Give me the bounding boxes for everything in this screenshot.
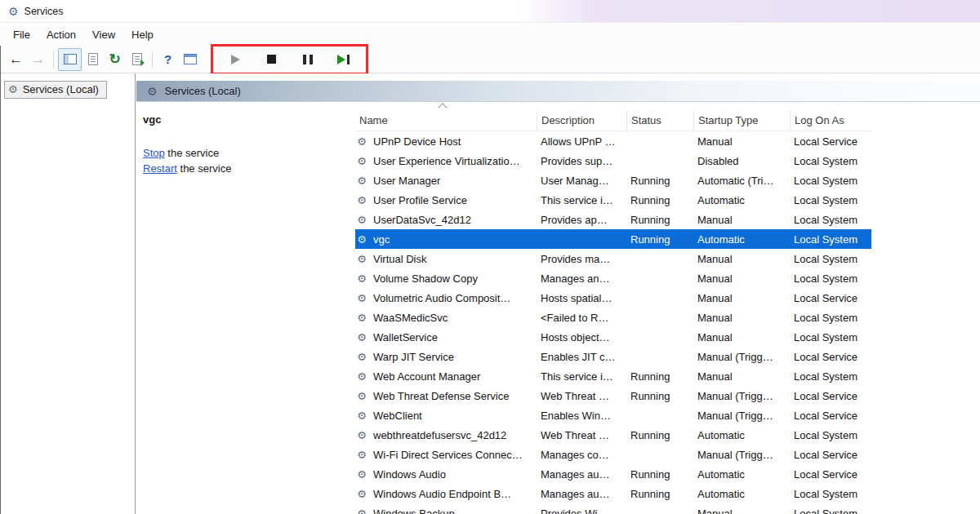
titlebar: Services: [0, 0, 980, 23]
service-logon-cell: Local System: [790, 175, 871, 187]
service-logon-cell: Local System: [790, 370, 871, 383]
service-logon-cell: Local Service: [790, 351, 871, 363]
service-startup-type-cell: Manual (Trigg…: [693, 390, 790, 402]
service-startup-type-cell: Manual: [693, 507, 790, 514]
table-row[interactable]: Web Threat Defense Service Web Threat … …: [355, 386, 871, 405]
restart-service-button[interactable]: [332, 49, 354, 70]
table-row[interactable]: User Manager User Manag… Running Automat…: [355, 171, 871, 190]
toolbar-separator: [53, 51, 54, 68]
service-logon-cell: Local System: [790, 214, 871, 226]
service-name-cell: Volume Shadow Copy: [373, 273, 537, 285]
service-startup-type-cell: Automatic: [693, 194, 790, 206]
table-row[interactable]: Windows Audio Endpoint B… Manages au… Ru…: [355, 484, 871, 503]
service-logon-cell: Local Service: [790, 449, 871, 461]
services-window: Services File Action View Help ? Service…: [0, 0, 980, 514]
service-icon-cell: [355, 371, 373, 382]
column-header-status[interactable]: Status: [626, 110, 693, 131]
service-icon-cell: [355, 352, 373, 362]
back-button[interactable]: [5, 49, 27, 70]
service-startup-type-cell: Manual: [693, 370, 790, 383]
service-icon-cell: [355, 215, 373, 225]
service-description-cell: Provides Wi…: [537, 507, 626, 514]
service-table: Name Description Status Startup Type Log…: [355, 102, 871, 514]
service-description-cell: Manages co…: [537, 449, 626, 461]
service-logon-cell: Local Service: [790, 292, 871, 304]
service-status-cell: Running: [626, 370, 693, 383]
service-startup-type-cell: Manual: [693, 312, 790, 324]
service-gear-icon: [357, 195, 367, 206]
table-row[interactable]: Windows Backup Provides Wi… Manual Local…: [355, 503, 871, 514]
column-header-startup-type[interactable]: Startup Type: [693, 110, 790, 131]
refresh-button[interactable]: [104, 49, 126, 70]
service-description-cell: Hosts object…: [537, 331, 626, 343]
menu-file[interactable]: File: [5, 25, 38, 44]
service-icon-cell: [355, 293, 373, 304]
service-gear-icon: [357, 136, 367, 147]
service-description-cell: Manages an…: [537, 273, 626, 285]
table-row[interactable]: UserDataSvc_42d12 Provides ap… Running M…: [355, 210, 871, 229]
action-pane-icon: [184, 54, 197, 64]
service-logon-cell: Local System: [790, 312, 871, 324]
table-row[interactable]: WalletService Hosts object… Manual Local…: [355, 327, 871, 347]
help-button[interactable]: ?: [157, 49, 179, 70]
service-logon-cell: Local Service: [790, 410, 871, 422]
service-logon-cell: Local System: [790, 429, 871, 441]
pause-icon: [303, 55, 313, 64]
show-action-pane-button[interactable]: [179, 49, 201, 70]
column-header-description[interactable]: Description: [537, 110, 626, 131]
export-list-button[interactable]: [126, 49, 148, 70]
table-row[interactable]: webthreatdefusersvc_42d12 Web Threat … R…: [355, 425, 871, 445]
restart-icon: [337, 55, 350, 64]
service-gear-icon: [357, 332, 367, 343]
menu-view[interactable]: View: [84, 25, 123, 44]
table-row[interactable]: Volume Shadow Copy Manages an… Manual Lo…: [355, 268, 871, 288]
service-startup-type-cell: Manual: [693, 292, 790, 304]
restart-service-link[interactable]: Restart: [143, 162, 177, 175]
service-icon-cell: [355, 391, 373, 401]
forward-button[interactable]: [27, 49, 49, 70]
column-header-log-on-as[interactable]: Log On As: [790, 110, 871, 131]
service-gear-icon: [357, 352, 367, 362]
window-title: Services: [24, 6, 64, 17]
service-icon-cell: [355, 430, 373, 441]
table-row[interactable]: vgc Running Automatic Local System: [355, 229, 871, 249]
table-row[interactable]: Virtual Disk Provides ma… Manual Local S…: [355, 249, 871, 268]
service-gear-icon: [357, 450, 367, 460]
menu-action[interactable]: Action: [38, 25, 84, 44]
results-banner: Services (Local): [136, 81, 980, 102]
service-logon-cell: Local System: [790, 155, 871, 167]
restart-link-suffix: the service: [177, 162, 231, 175]
service-gear-icon: [357, 371, 367, 382]
banner-services-icon: [147, 86, 158, 97]
service-logon-cell: Local Service: [790, 468, 871, 481]
tree-item-services-local[interactable]: Services (Local): [4, 81, 107, 99]
table-row[interactable]: User Profile Service This service i… Run…: [355, 190, 871, 210]
service-icon-cell: [355, 254, 373, 264]
table-row[interactable]: User Experience Virtualizatio… Provides …: [355, 151, 871, 171]
service-icon-cell: [355, 469, 373, 480]
console-tree-pane: Services (Local): [1, 73, 136, 514]
menu-help[interactable]: Help: [123, 25, 162, 44]
table-row[interactable]: Wi-Fi Direct Services Connec… Manages co…: [355, 445, 871, 464]
show-console-tree-button[interactable]: [58, 48, 82, 71]
table-row[interactable]: Volumetric Audio Composit… Hosts spatial…: [355, 288, 871, 308]
table-row[interactable]: WaaSMedicSvc <Failed to R… Manual Local …: [355, 308, 871, 327]
table-row[interactable]: Windows Audio Manages au… Running Automa…: [355, 464, 871, 484]
service-startup-type-cell: Automatic: [693, 233, 790, 246]
pause-service-button[interactable]: [296, 49, 318, 70]
stop-service-link[interactable]: Stop: [143, 147, 165, 159]
table-row[interactable]: UPnP Device Host Allows UPnP … Manual Lo…: [355, 131, 871, 151]
table-row[interactable]: WebClient Enables Win… Manual (Trigg… Lo…: [355, 405, 871, 425]
service-gear-icon: [357, 273, 367, 284]
service-startup-type-cell: Manual: [693, 214, 790, 226]
banner-title: Services (Local): [165, 85, 241, 97]
column-header-name[interactable]: Name: [355, 110, 537, 131]
start-service-button[interactable]: [225, 49, 247, 70]
properties-button[interactable]: [82, 49, 104, 70]
service-gear-icon: [357, 234, 367, 245]
table-row[interactable]: Web Account Manager This service i… Runn…: [355, 366, 871, 386]
stop-service-button[interactable]: [261, 49, 283, 70]
service-description-cell: Hosts spatial…: [537, 292, 626, 304]
table-row[interactable]: Warp JIT Service Enables JIT c… Manual (…: [355, 347, 871, 366]
service-description-cell: User Manag…: [537, 175, 626, 187]
